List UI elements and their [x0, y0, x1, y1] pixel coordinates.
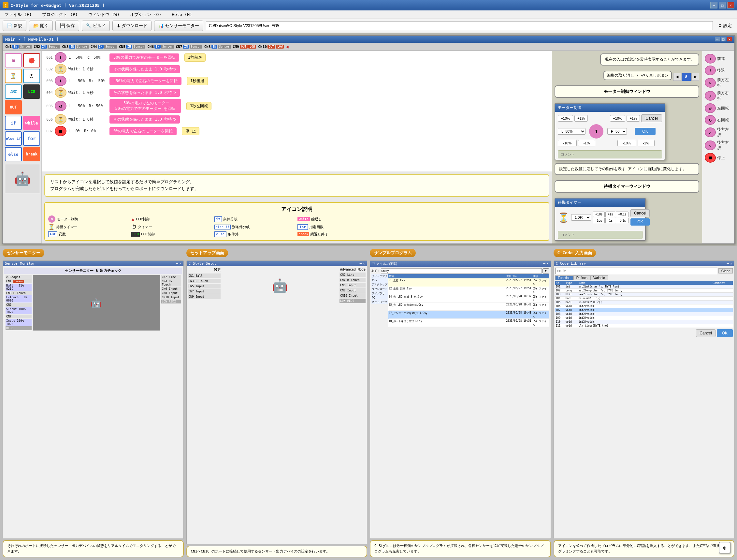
settings-button[interactable]: ⚙ 設定: [715, 22, 734, 30]
build-button[interactable]: 🔧 ビルド: [82, 21, 110, 31]
menu-option[interactable]: オプション (O): [128, 11, 163, 18]
l-plus1-button[interactable]: +1%: [574, 115, 588, 122]
right-front-left-icon[interactable]: ↖: [705, 78, 716, 88]
ccode-row-106[interactable]: 106 void int2(void);: [555, 304, 733, 308]
r-percent-select[interactable]: R: 50%: [607, 128, 627, 135]
prog-timer-icon-006[interactable]: ⏳: [55, 114, 66, 125]
ccode-row-105[interactable]: 105 bool is.hex(BYTE c);: [555, 301, 733, 304]
timer-plus01s[interactable]: +0.1s: [616, 212, 628, 217]
right-left-turn-icon[interactable]: ↺: [705, 103, 716, 113]
file-row-5[interactable]: 07_センサーで壁を避ける1.Csy 2023/06/28 19:43 CSY …: [388, 311, 549, 319]
ccode-close-icon[interactable]: ✕: [730, 261, 732, 266]
led-icon-btn[interactable]: 🔴: [23, 53, 40, 67]
timer-minus1s[interactable]: -1s: [605, 218, 615, 223]
timer-value-select[interactable]: 1.0秒: [571, 214, 591, 221]
ccode-row-108[interactable]: 108 void int2(void);: [555, 312, 733, 316]
timer-plus10s[interactable]: +10s: [593, 212, 605, 217]
file-row-2[interactable]: 02_走差 回転.Csy 2023/06/27 19:51 CSY ファイル: [388, 287, 549, 295]
save-button[interactable]: 💾 保存: [55, 21, 79, 31]
right-front-right-icon[interactable]: ↗: [705, 91, 716, 101]
timer-minus10s[interactable]: -10s: [593, 218, 605, 223]
abc-icon-btn[interactable]: ABC: [5, 84, 22, 99]
sensor-min-icon[interactable]: ─: [176, 261, 178, 266]
timer-plus1s[interactable]: +1s: [605, 212, 615, 217]
timer-ok-button[interactable]: OK: [630, 218, 650, 226]
path-input[interactable]: [206, 21, 713, 30]
motor-icon-btn[interactable]: m: [5, 53, 22, 67]
if-icon-btn[interactable]: if: [5, 116, 22, 130]
ccode-cancel-button[interactable]: Cancel: [696, 329, 715, 337]
file-row-3[interactable]: 04_光 LED 点滅 3 色.Csy 2023/06/28 19:37 CSY…: [388, 295, 549, 303]
motor-cancel-button[interactable]: Cancel: [641, 114, 662, 122]
sensor-close-icon[interactable]: ✕: [179, 261, 182, 266]
ccode-row-107-selected[interactable]: 107 void int2(void);: [555, 308, 733, 312]
lcd-icon-btn[interactable]: LCD: [23, 84, 40, 99]
ccode-min-icon[interactable]: ─: [727, 261, 729, 266]
r-minus10-button[interactable]: -10%: [617, 140, 636, 146]
download-button[interactable]: ⬇ ダウンロード: [112, 21, 152, 31]
right-back-right-icon[interactable]: ↘: [705, 140, 716, 150]
sample-path-input[interactable]: [381, 268, 542, 273]
maximize-button[interactable]: □: [719, 2, 726, 8]
sample-desktop[interactable]: デスクトップ: [371, 282, 388, 287]
sample-quick-access[interactable]: クイックアクセス: [371, 274, 388, 282]
ccode-row-104[interactable]: 104 bool os.numBYTE c);: [555, 297, 733, 301]
menu-help[interactable]: Help (H): [170, 11, 194, 18]
right-forward-icon[interactable]: ⬆: [705, 54, 716, 64]
prog-motor-icon-005[interactable]: ↺: [55, 101, 66, 111]
sample-close-icon[interactable]: ✕: [546, 261, 549, 266]
file-row-4[interactable]: 05_光 LED 点灯成形式.Csy 2023/06/28 19:43 CSY …: [388, 303, 549, 311]
tab-variable[interactable]: Variable: [590, 275, 608, 280]
sample-min-icon[interactable]: ─: [543, 261, 545, 266]
ccode-row-111[interactable]: 111 void clr_timer(BYTE tno);: [555, 324, 733, 328]
while-icon-btn[interactable]: while: [23, 116, 40, 130]
for-icon-btn[interactable]: for: [23, 131, 40, 146]
sensor-monitor-button[interactable]: 📊 センサーモニター: [154, 21, 203, 31]
prog-timer-icon-004[interactable]: ⏳: [55, 87, 66, 98]
r-plus10-button[interactable]: +10%: [610, 115, 625, 122]
main-minimize[interactable]: ─: [715, 37, 720, 41]
clock-icon-btn[interactable]: ⏱: [23, 69, 40, 83]
ccode-row-110[interactable]: 110 void int2(void);: [555, 320, 733, 324]
right-back-left-icon[interactable]: ↙: [705, 127, 716, 137]
main-close[interactable]: ✕: [727, 37, 732, 41]
sample-library[interactable]: ライブラリ: [371, 291, 388, 296]
file-row-6[interactable]: 10_ポートを使う方法1.Csy 2023/06/28 10:51 CSY ファ…: [388, 319, 549, 327]
r-minus1-button[interactable]: -1%: [638, 140, 655, 146]
ccode-row-109[interactable]: 109 void int2(void);: [555, 316, 733, 320]
timer-icon-btn[interactable]: ⏳: [5, 69, 22, 83]
sample-browse-button[interactable]: ▼: [542, 268, 549, 273]
ccode-row-102[interactable]: 102 long asc2long(char *s, BYTE len);: [555, 289, 733, 293]
open-button[interactable]: 📂 開く: [29, 21, 53, 31]
else-icon-btn[interactable]: else: [5, 147, 22, 161]
elseif-icon-btn[interactable]: else if: [5, 131, 22, 146]
sample-download[interactable]: ダウンロード: [371, 287, 388, 291]
ccode-ok-button[interactable]: OK: [717, 329, 733, 337]
main-restore[interactable]: □: [721, 37, 726, 41]
ccode-row-103[interactable]: 103 UINT hex2uint(char *s, BYTE len);: [555, 293, 733, 297]
sample-pc[interactable]: PC: [371, 296, 388, 300]
zoom-button[interactable]: ⊕: [719, 542, 730, 553]
right-right-turn-icon[interactable]: ↻: [705, 115, 716, 125]
right-backward-icon[interactable]: ⬇: [705, 66, 716, 75]
setup-min-icon[interactable]: ─: [360, 261, 362, 266]
l-minus10-button[interactable]: -10%: [558, 140, 577, 146]
l-minus1-button[interactable]: -1%: [578, 140, 595, 146]
tab-defines[interactable]: Defines: [573, 275, 590, 280]
menu-file[interactable]: ファイル (F): [3, 11, 34, 18]
r-plus1-button[interactable]: +1%: [626, 115, 640, 122]
nav-right-button[interactable]: ▶: [691, 73, 699, 81]
prog-motor-icon-003[interactable]: ⬇: [55, 76, 66, 86]
sample-network[interactable]: ネットワーク: [371, 300, 388, 304]
prog-stop-icon-007[interactable]: ⏹: [55, 126, 66, 136]
ccode-row-101[interactable]: 101 int arc2int(char *s, BYTE len);: [555, 285, 733, 289]
prog-motor-icon-001[interactable]: ⬆: [55, 52, 66, 63]
l-plus10-button[interactable]: +10%: [558, 115, 573, 122]
right-stop-icon[interactable]: ⏹: [705, 153, 716, 163]
out-icon-btn[interactable]: OUT: [5, 100, 22, 114]
menu-project[interactable]: プロジェクト (P): [40, 11, 80, 18]
tab-function[interactable]: Function: [555, 275, 573, 280]
prog-timer-icon-002[interactable]: ⏳: [55, 64, 66, 74]
timer-cancel-button[interactable]: Cancel: [630, 209, 650, 217]
break-icon-btn[interactable]: break: [23, 147, 40, 161]
